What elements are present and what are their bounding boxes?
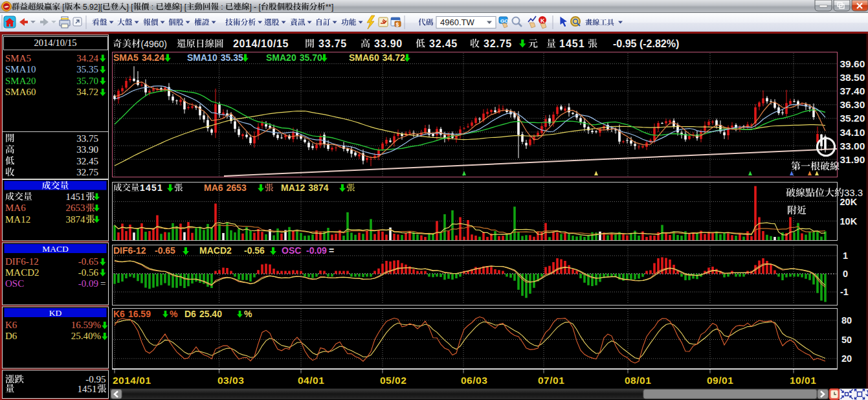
svg-text:] [: ] [ — [180, 3, 187, 12]
svg-text:K: K — [540, 17, 545, 24]
svg-text:33.75: 33.75 — [76, 133, 98, 144]
svg-text:2653: 2653 — [66, 203, 85, 213]
svg-text:OSC: OSC — [282, 245, 301, 256]
svg-text:MA6: MA6 — [5, 203, 26, 213]
svg-text:38.50: 38.50 — [840, 72, 865, 83]
svg-text:25.40: 25.40 — [199, 309, 222, 319]
svg-text:4960.TW: 4960.TW — [440, 17, 474, 27]
svg-text:1: 1 — [843, 250, 848, 261]
svg-text:3874: 3874 — [66, 214, 86, 225]
svg-text:06/03: 06/03 — [461, 375, 487, 386]
svg-text:2014/01: 2014/01 — [113, 375, 151, 386]
svg-text:5.92][: 5.92][ — [81, 3, 103, 12]
svg-text:SMA20: SMA20 — [5, 76, 36, 86]
svg-text:07/01: 07/01 — [538, 375, 564, 386]
svg-text:2014/10/15: 2014/10/15 — [34, 38, 76, 48]
svg-text:-0.65: -0.65 — [78, 256, 98, 267]
svg-text:MA6: MA6 — [204, 183, 223, 193]
svg-text:08/01: 08/01 — [625, 375, 651, 386]
svg-text:-0.95 (-2.82%): -0.95 (-2.82%) — [613, 38, 679, 49]
svg-text::: : — [150, 3, 156, 12]
svg-text:MA12: MA12 — [281, 183, 306, 193]
svg-text:=: = — [329, 245, 334, 256]
svg-text:MA12: MA12 — [5, 214, 30, 225]
svg-text:K6: K6 — [113, 309, 125, 319]
svg-text:10K: 10K — [840, 216, 858, 227]
svg-text:DIF6-12: DIF6-12 — [5, 256, 39, 267]
svg-text:MACD2: MACD2 — [5, 267, 39, 278]
svg-text:-0.09: -0.09 — [306, 245, 327, 256]
svg-text:-1: -1 — [840, 287, 849, 297]
svg-text:35.70: 35.70 — [76, 76, 98, 86]
svg-text:3874: 3874 — [308, 183, 328, 193]
svg-text:36.30: 36.30 — [840, 99, 865, 110]
svg-text:SMA10: SMA10 — [187, 52, 217, 63]
svg-text:09/01: 09/01 — [707, 375, 733, 386]
svg-text:1451: 1451 — [559, 38, 585, 49]
svg-text:05/02: 05/02 — [380, 375, 406, 386]
svg-text:50: 50 — [841, 335, 852, 345]
svg-text:16.59: 16.59 — [128, 309, 151, 319]
svg-text:(4960): (4960) — [141, 39, 167, 49]
svg-text:34.72: 34.72 — [383, 52, 405, 63]
svg-text:KD: KD — [49, 308, 62, 318]
svg-text:SMA5: SMA5 — [113, 52, 139, 63]
svg-text:32.45: 32.45 — [76, 156, 98, 166]
svg-text:31.90: 31.90 — [840, 154, 865, 165]
svg-text:] [: ] [ — [127, 3, 134, 12]
svg-text:%: % — [244, 309, 252, 319]
svg-text:SMA10: SMA10 — [5, 64, 36, 74]
svg-text:34.10: 34.10 — [840, 127, 865, 138]
svg-text:SMA20: SMA20 — [266, 52, 296, 63]
svg-text:MACD2: MACD2 — [199, 245, 232, 256]
svg-text:32.75: 32.75 — [484, 38, 512, 49]
svg-text:1451: 1451 — [78, 384, 97, 394]
svg-text:80: 80 — [841, 315, 852, 326]
svg-text:$: $ — [396, 21, 399, 28]
svg-text:0: 0 — [843, 269, 848, 279]
svg-text:%: % — [170, 309, 178, 319]
svg-text:-0.09: -0.09 — [78, 278, 98, 289]
svg-text:K6: K6 — [5, 320, 17, 330]
svg-text:33.75: 33.75 — [318, 38, 347, 49]
svg-text:SMA5: SMA5 — [5, 53, 31, 63]
svg-text:35.35: 35.35 — [76, 64, 98, 74]
svg-text:MACD: MACD — [42, 244, 69, 254]
svg-text::: : — [219, 3, 225, 12]
svg-text:20: 20 — [841, 353, 852, 364]
svg-text:2653: 2653 — [227, 183, 247, 193]
svg-text:-0.56: -0.56 — [244, 245, 265, 256]
svg-text:25.40%: 25.40% — [71, 331, 101, 341]
svg-text:] - [: ] - [ — [249, 3, 261, 12]
svg-text:16.59%: 16.59% — [71, 320, 101, 330]
svg-text:=: = — [100, 278, 106, 289]
svg-text:33.00: 33.00 — [840, 140, 865, 151]
svg-text:-0.65: -0.65 — [155, 245, 175, 256]
svg-text:32.45: 32.45 — [429, 38, 458, 49]
svg-text:GO: GO — [500, 18, 508, 24]
svg-text:34.72: 34.72 — [76, 87, 98, 97]
svg-text:35.35: 35.35 — [221, 52, 243, 63]
svg-text:37.40: 37.40 — [840, 85, 865, 96]
svg-text:34.24: 34.24 — [142, 52, 164, 63]
svg-text:33.3: 33.3 — [844, 187, 863, 198]
svg-text:1451: 1451 — [140, 183, 163, 193]
svg-text:-0.56: -0.56 — [78, 267, 99, 278]
svg-text:35.70: 35.70 — [300, 52, 322, 63]
svg-text:2014/10/15: 2014/10/15 — [233, 38, 289, 49]
svg-text:SMA60: SMA60 — [5, 87, 36, 97]
svg-text:04/01: 04/01 — [298, 375, 324, 386]
svg-text:34.24: 34.24 — [76, 53, 98, 63]
svg-text:10/01: 10/01 — [790, 375, 816, 386]
svg-text:SMA60: SMA60 — [349, 52, 379, 63]
svg-text:39.60: 39.60 — [840, 58, 865, 69]
svg-text:[: [ — [60, 3, 65, 12]
svg-text:1451: 1451 — [66, 192, 85, 202]
svg-text:35.20: 35.20 — [840, 113, 865, 124]
svg-text:33.90: 33.90 — [374, 38, 403, 49]
svg-text:D6: D6 — [5, 331, 17, 341]
svg-text:**]: **] — [326, 3, 334, 12]
svg-text:32.75: 32.75 — [76, 167, 98, 177]
svg-text:03/03: 03/03 — [217, 375, 244, 386]
svg-text:OSC: OSC — [5, 278, 24, 289]
